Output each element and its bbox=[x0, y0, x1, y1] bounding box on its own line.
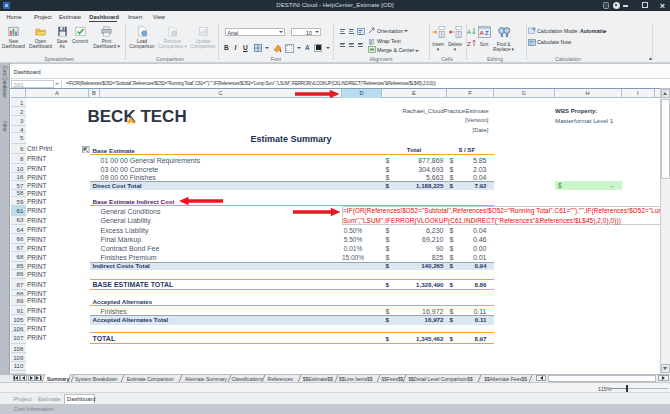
svg-text:Z: Z bbox=[484, 30, 488, 36]
svg-text:A: A bbox=[479, 30, 484, 36]
svg-text:A: A bbox=[467, 29, 471, 35]
